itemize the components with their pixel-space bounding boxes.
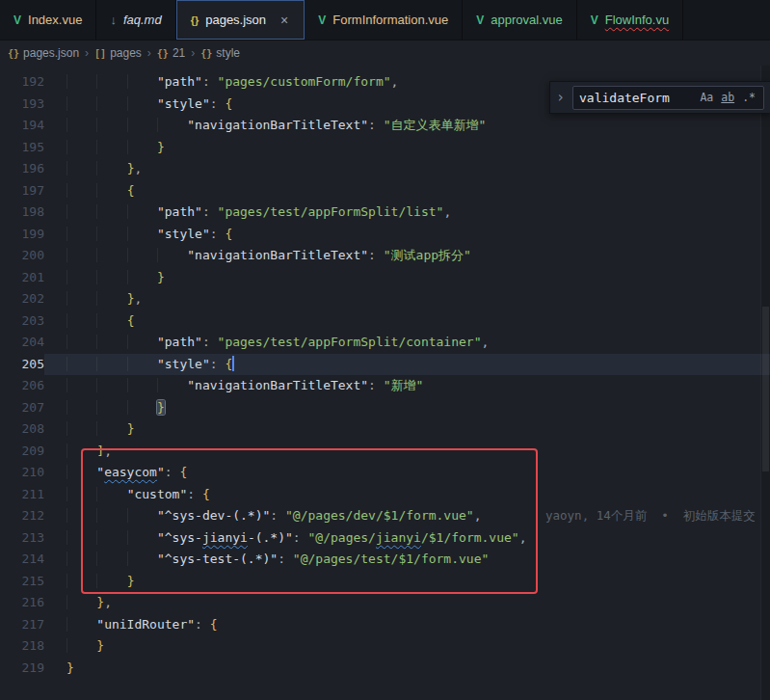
line-number[interactable]: 202 bbox=[0, 288, 44, 310]
code-line-content[interactable]: "custom": { bbox=[44, 484, 770, 506]
line-number[interactable]: 213 bbox=[0, 527, 44, 550]
code-line-content[interactable]: "style": { bbox=[44, 354, 770, 376]
line-number[interactable]: 192 bbox=[0, 71, 44, 94]
code-line-216[interactable]: 216 }, bbox=[0, 592, 770, 614]
code-line-201[interactable]: 201 } bbox=[0, 267, 770, 289]
code-line-197[interactable]: 197 { bbox=[0, 180, 770, 202]
code-line-217[interactable]: 217 "uniIdRouter": { bbox=[0, 614, 770, 636]
breadcrumb-item-pages.json[interactable]: {}pages.json bbox=[8, 46, 79, 60]
line-number[interactable]: 208 bbox=[0, 418, 44, 441]
tab-forminformation-vue[interactable]: VFormInformation.vue bbox=[305, 0, 463, 40]
regex-icon[interactable]: .* bbox=[738, 85, 759, 111]
code-line-content[interactable]: { bbox=[44, 310, 770, 333]
line-number[interactable]: 205 bbox=[0, 354, 44, 376]
code-line-218[interactable]: 218 } bbox=[0, 635, 770, 658]
whole-word-icon[interactable]: ab bbox=[717, 85, 738, 111]
find-input[interactable] bbox=[577, 90, 696, 106]
line-number[interactable]: 207 bbox=[0, 397, 44, 419]
code-line-content[interactable]: "path": "pages/test/appFormSplit/contain… bbox=[44, 332, 770, 354]
line-number[interactable]: 218 bbox=[0, 635, 44, 658]
breadcrumb-item-21[interactable]: {}21 bbox=[157, 46, 185, 60]
code-line-209[interactable]: 209 ], bbox=[0, 441, 770, 463]
code-line-213[interactable]: 213 "^sys-jianyi-(.*)": "@/pages/jianyi/… bbox=[0, 527, 770, 550]
code-line-202[interactable]: 202 }, bbox=[0, 288, 770, 310]
scrollbar-thumb[interactable] bbox=[762, 307, 769, 471]
code-line-content[interactable]: }, bbox=[44, 288, 770, 310]
code-line-208[interactable]: 208 } bbox=[0, 418, 770, 441]
line-number[interactable]: 210 bbox=[0, 462, 44, 484]
line-number[interactable]: 204 bbox=[0, 332, 44, 354]
line-number[interactable]: 196 bbox=[0, 158, 44, 180]
code-line-content[interactable]: "^sys-test-(.*)": "@/pages/test/$1/form.… bbox=[44, 549, 770, 571]
code-line-content[interactable]: } bbox=[44, 418, 770, 441]
toggle-replace-chevron-icon[interactable]: › bbox=[556, 87, 568, 109]
line-number[interactable]: 197 bbox=[0, 180, 44, 202]
line-number[interactable]: 195 bbox=[0, 137, 44, 159]
code-line-194[interactable]: 194 "navigationBarTitleText": "自定义表单新增" bbox=[0, 115, 770, 137]
code-line-200[interactable]: 200 "navigationBarTitleText": "测试app拆分" bbox=[0, 245, 770, 267]
code-line-content[interactable]: "navigationBarTitleText": "测试app拆分" bbox=[44, 245, 770, 267]
line-number[interactable]: 193 bbox=[0, 94, 44, 116]
line-number[interactable]: 209 bbox=[0, 441, 44, 463]
code-line-content[interactable]: } bbox=[44, 571, 770, 593]
code-line-212[interactable]: 212 "^sys-dev-(.*)": "@/pages/dev/$1/for… bbox=[0, 505, 770, 527]
breadcrumb-item-pages[interactable]: []pages bbox=[94, 46, 142, 60]
code-line-204[interactable]: 204 "path": "pages/test/appFormSplit/con… bbox=[0, 332, 770, 354]
code-line-198[interactable]: 198 "path": "pages/test/appFormSplit/lis… bbox=[0, 202, 770, 224]
code-line-203[interactable]: 203 { bbox=[0, 310, 770, 333]
line-number[interactable]: 217 bbox=[0, 614, 44, 636]
tab-pages-json[interactable]: {}pages.json× bbox=[176, 0, 305, 40]
code-line-content[interactable]: "easycom": { bbox=[44, 462, 770, 484]
code-line-content[interactable]: } bbox=[44, 658, 770, 680]
code-line-215[interactable]: 215 } bbox=[0, 571, 770, 593]
code-line-196[interactable]: 196 }, bbox=[0, 158, 770, 180]
code-line-content[interactable]: } bbox=[44, 397, 770, 419]
code-line-content[interactable]: "path": "pages/test/appFormSplit/list", bbox=[44, 202, 770, 224]
match-case-icon[interactable]: Aa bbox=[696, 85, 717, 111]
close-icon[interactable]: × bbox=[279, 13, 290, 27]
code-line-211[interactable]: 211 "custom": { bbox=[0, 484, 770, 506]
line-number[interactable]: 200 bbox=[0, 245, 44, 267]
code-line-content[interactable]: }, bbox=[44, 592, 770, 614]
line-number[interactable]: 211 bbox=[0, 484, 44, 506]
breadcrumb-item-style[interactable]: {}style bbox=[200, 46, 240, 60]
tab-faq-md[interactable]: ↓faq.md bbox=[96, 0, 175, 40]
line-number[interactable]: 216 bbox=[0, 592, 44, 614]
code-line-content[interactable]: "uniIdRouter": { bbox=[44, 614, 770, 636]
code-line-205[interactable]: 205 "style": { bbox=[0, 354, 770, 376]
code-line-214[interactable]: 214 "^sys-test-(.*)": "@/pages/test/$1/f… bbox=[0, 549, 770, 571]
code-line-195[interactable]: 195 } bbox=[0, 137, 770, 159]
code-line-content[interactable]: "style": { bbox=[44, 224, 770, 246]
line-number[interactable]: 212 bbox=[0, 505, 44, 527]
code-line-content[interactable]: } bbox=[44, 137, 770, 159]
line-number[interactable]: 194 bbox=[0, 115, 44, 137]
line-number[interactable]: 198 bbox=[0, 202, 44, 224]
tab-index-vue[interactable]: VIndex.vue bbox=[0, 0, 96, 40]
code-line-206[interactable]: 206 "navigationBarTitleText": "新增" bbox=[0, 375, 770, 397]
code-line-207[interactable]: 207 } bbox=[0, 397, 770, 419]
code-line-content[interactable]: } bbox=[44, 267, 770, 289]
line-number[interactable]: 214 bbox=[0, 549, 44, 571]
line-number[interactable]: 215 bbox=[0, 571, 44, 593]
code-line-content[interactable]: "^sys-dev-(.*)": "@/pages/dev/$1/form.vu… bbox=[44, 505, 770, 527]
code-line-210[interactable]: 210 "easycom": { bbox=[0, 462, 770, 484]
code-line-content[interactable]: }, bbox=[44, 158, 770, 180]
code-line-content[interactable]: { bbox=[44, 180, 770, 202]
code-line-content[interactable]: "navigationBarTitleText": "新增" bbox=[44, 375, 770, 397]
line-number[interactable]: 201 bbox=[0, 267, 44, 289]
tab-approval-vue[interactable]: Vapproval.vue bbox=[463, 0, 576, 40]
code-line-219[interactable]: 219} bbox=[0, 658, 770, 680]
scrollbar[interactable] bbox=[760, 66, 770, 700]
line-number[interactable]: 203 bbox=[0, 310, 44, 333]
tab-flowinfo-vu[interactable]: VFlowInfo.vu bbox=[577, 0, 684, 40]
code-line-content[interactable]: ], bbox=[44, 441, 770, 463]
code-line-content[interactable]: "^sys-jianyi-(.*)": "@/pages/jianyi/$1/f… bbox=[44, 527, 770, 550]
editor[interactable]: 192 "path": "pages/customForm/form",193 … bbox=[0, 66, 770, 700]
line-number[interactable]: 206 bbox=[0, 375, 44, 397]
code-line-content[interactable]: "navigationBarTitleText": "自定义表单新增" bbox=[44, 115, 770, 137]
line-number[interactable]: 199 bbox=[0, 224, 44, 246]
code-line-content[interactable]: } bbox=[44, 635, 770, 658]
code-line-199[interactable]: 199 "style": { bbox=[0, 224, 770, 246]
code-token: "@/pages/ bbox=[308, 530, 376, 545]
line-number[interactable]: 219 bbox=[0, 658, 44, 680]
